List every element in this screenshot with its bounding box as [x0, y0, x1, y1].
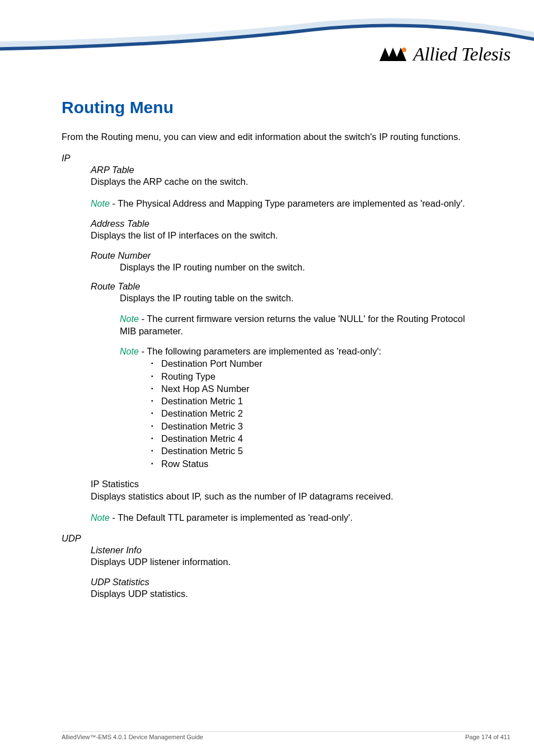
arp-table-title: ARP Table	[91, 165, 472, 175]
ip-stats-note: Note - The Default TTL parameter is impl…	[91, 511, 472, 524]
page-content: Routing Menu From the Routing menu, you …	[0, 98, 534, 609]
page-title: Routing Menu	[62, 98, 472, 117]
address-table-title: Address Table	[91, 218, 472, 229]
ip-stats-title: IP Statistics	[91, 478, 472, 490]
section-ip-label: IP	[62, 153, 472, 164]
list-item: Next Hop AS Number	[149, 382, 472, 395]
list-item: Destination Metric 4	[149, 432, 472, 445]
udp-listener-block: Listener Info Displays UDP listener info…	[91, 545, 472, 568]
route-table-title: Route Table	[91, 281, 472, 292]
route-table-block: Route Table Displays the IP routing tabl…	[91, 281, 472, 469]
footer-page-number: Page 174 of 411	[465, 734, 510, 740]
page-footer: AlliedView™-EMS 4.0.1 Device Management …	[62, 731, 510, 740]
note-label: Note	[120, 314, 139, 324]
readonly-params-list: Destination Port Number Routing Type Nex…	[149, 357, 472, 469]
arp-note: Note - The Physical Address and Mapping …	[91, 197, 472, 209]
list-item: Destination Metric 2	[149, 407, 472, 419]
ip-stats-body: Displays statistics about IP, such as th…	[91, 490, 472, 502]
brand-name: Allied Telesis	[413, 44, 510, 65]
route-table-body: Displays the IP routing table on the swi…	[120, 292, 472, 304]
route-table-note2: Note - The following parameters are impl…	[120, 345, 472, 357]
route-number-block: Route Number Displays the IP routing num…	[91, 250, 472, 273]
route-number-body: Displays the IP routing number on the sw…	[120, 261, 472, 273]
note-label: Note	[91, 199, 110, 208]
route-table-note1: Note - The current firmware version retu…	[120, 312, 472, 338]
list-item: Destination Metric 3	[149, 420, 472, 432]
list-item: Row Status	[149, 458, 472, 470]
list-item: Destination Port Number	[149, 357, 472, 370]
list-item: Routing Type	[149, 370, 472, 382]
udp-listener-body: Displays UDP listener information.	[91, 556, 472, 568]
ip-stats-block: IP Statistics Displays statistics about …	[91, 478, 472, 503]
list-item: Destination Metric 1	[149, 395, 472, 407]
route-table-note2-text: - The following parameters are implement…	[139, 346, 381, 356]
arp-table-block: ARP Table Displays the ARP cache on the …	[91, 165, 472, 188]
intro-paragraph: From the Routing menu, you can view and …	[62, 130, 472, 143]
svg-point-3	[402, 48, 406, 52]
note-label: Note	[91, 513, 110, 522]
route-table-note1-text: - The current firmware version returns t…	[120, 314, 465, 336]
brand-mark-icon	[380, 45, 409, 63]
ip-stats-note-text: - The Default TTL parameter is implement…	[110, 512, 353, 522]
udp-stats-title: UDP Statistics	[91, 577, 472, 587]
arp-note-text: - The Physical Address and Mapping Type …	[110, 198, 465, 208]
arp-table-body: Displays the ARP cache on the switch.	[91, 175, 472, 188]
udp-stats-block: UDP Statistics Displays UDP statistics.	[91, 577, 472, 600]
section-udp-label: UDP	[62, 533, 472, 544]
udp-stats-body: Displays UDP statistics.	[91, 587, 472, 600]
list-item: Destination Metric 5	[149, 445, 472, 457]
address-table-block: Address Table Displays the list of IP in…	[91, 218, 472, 241]
route-number-title: Route Number	[91, 250, 472, 261]
footer-doc-title: AlliedView™-EMS 4.0.1 Device Management …	[62, 734, 203, 740]
note-label: Note	[120, 347, 139, 356]
address-table-body: Displays the list of IP interfaces on th…	[91, 229, 472, 241]
brand-logo: Allied Telesis	[380, 44, 510, 65]
page-header: Allied Telesis	[0, 0, 534, 90]
udp-listener-title: Listener Info	[91, 545, 472, 556]
